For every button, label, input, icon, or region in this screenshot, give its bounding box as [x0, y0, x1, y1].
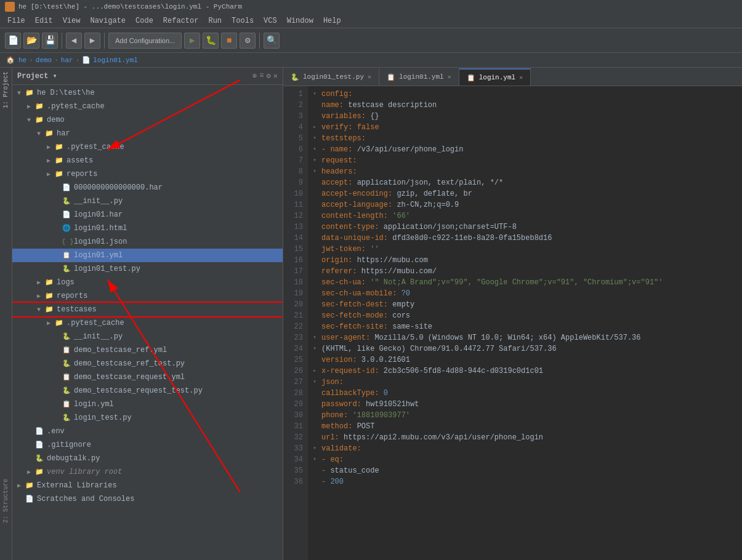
expand-arrow-external[interactable]: ▶: [17, 482, 25, 489]
open-icon[interactable]: 📂: [23, 33, 39, 49]
expand-arrow-he[interactable]: ▼: [17, 90, 25, 97]
structure-panel-label[interactable]: 2: Structure: [2, 479, 9, 523]
app-icon: [5, 2, 15, 12]
fold-5[interactable]: ▾: [313, 133, 321, 144]
fold-23[interactable]: ▾: [313, 332, 321, 343]
code-content[interactable]: ▾ config: name: testcase description var…: [308, 86, 742, 560]
expand-arrow-pytest1[interactable]: ▶: [27, 103, 34, 110]
fold-6[interactable]: ▾: [313, 144, 321, 155]
file-tree: ▼ 📁 he D:\test\he ▶ 📁 .pytest_cache ▼ 📁 …: [12, 85, 283, 560]
fold-24[interactable]: ▾: [313, 343, 321, 354]
run-icon[interactable]: ▶: [184, 33, 200, 49]
tree-item-testcases[interactable]: ▼ 📁 testcases: [12, 303, 283, 316]
expand-arrow-testcases[interactable]: ▼: [37, 306, 44, 313]
close-panel-icon[interactable]: ✕: [273, 71, 278, 81]
tree-item-login-yml[interactable]: 📋 login.yml: [12, 398, 283, 411]
tree-item-reports1[interactable]: ▶ 📁 reports: [12, 167, 283, 181]
tree-item-login01-test[interactable]: 🐍 login01_test.py: [12, 262, 283, 276]
tree-item-login01-json[interactable]: { } login01.json: [12, 235, 283, 249]
tab-login01-yml[interactable]: 📋 login01.yml ✕: [379, 68, 459, 86]
fold-33[interactable]: ▾: [313, 443, 321, 454]
menu-code[interactable]: Code: [131, 15, 158, 26]
tab-close-login-yml[interactable]: ✕: [519, 74, 523, 81]
fold-34[interactable]: ▾: [313, 454, 321, 465]
tab-login01-test[interactable]: 🐍 login01_test.py ✕: [283, 68, 379, 86]
tree-item-har[interactable]: ▼ 📁 har: [12, 127, 283, 140]
tree-item-demo[interactable]: ▼ 📁 demo: [12, 113, 283, 127]
fold-27[interactable]: ▾: [313, 377, 321, 388]
breadcrumb-demo[interactable]: demo: [36, 57, 52, 64]
tree-item-init1[interactable]: 🐍 __init__.py: [12, 194, 283, 208]
tree-item-har-file[interactable]: 📄 0000000000000000.har: [12, 181, 283, 194]
expand-arrow-reports2[interactable]: ▶: [37, 292, 44, 300]
fold-26[interactable]: ▸: [313, 366, 321, 377]
expand-arrow-pytest2[interactable]: ▶: [47, 143, 54, 151]
tab-close-login01-test[interactable]: ✕: [368, 73, 371, 81]
back-icon[interactable]: ◀: [66, 33, 82, 49]
tree-item-he[interactable]: ▼ 📁 he D:\test\he: [12, 86, 283, 100]
tree-item-pytest2[interactable]: ▶ 📁 .pytest_cache: [12, 140, 283, 154]
tree-item-venv[interactable]: ▶ 📁 venv library root: [12, 465, 283, 479]
tree-item-debugtalk[interactable]: 🐍 debugtalk.py: [12, 452, 283, 465]
tree-item-reports2[interactable]: ▶ 📁 reports: [12, 289, 283, 303]
menu-navigate[interactable]: Navigate: [85, 15, 131, 26]
expand-arrow-assets[interactable]: ▶: [47, 157, 54, 164]
tree-item-login01-har[interactable]: 📄 login01.har: [12, 208, 283, 222]
fold-7[interactable]: ▾: [313, 155, 321, 166]
stop-icon[interactable]: ■: [221, 33, 237, 49]
tab-login-yml[interactable]: 📋 login.yml ✕: [459, 68, 531, 86]
tree-item-assets[interactable]: ▶ 📁 assets: [12, 154, 283, 167]
breadcrumb-he[interactable]: he: [18, 57, 26, 64]
fold-8[interactable]: ▾: [313, 166, 321, 177]
code-line-25: version: 3.0.0.21601: [313, 354, 737, 366]
menu-vcs[interactable]: VCS: [259, 15, 282, 26]
settings-icon[interactable]: ⚙: [240, 33, 256, 49]
project-panel-label[interactable]: 1: Project: [2, 71, 9, 108]
tree-item-logs[interactable]: ▶ 📁 logs: [12, 276, 283, 289]
menu-help[interactable]: Help: [318, 15, 346, 26]
menu-view[interactable]: View: [58, 15, 86, 26]
debug-icon[interactable]: 🐛: [203, 33, 219, 49]
breadcrumb-har[interactable]: har: [61, 57, 73, 64]
code-line-16: origin: https://mubu.com: [313, 255, 737, 266]
search-icon[interactable]: 🔍: [264, 33, 280, 49]
tree-item-ref-yml[interactable]: 📋 demo_testcase_ref.yml: [12, 343, 283, 357]
tree-item-gitignore[interactable]: 📄 .gitignore: [12, 438, 283, 452]
expand-arrow-pytest3[interactable]: ▶: [47, 319, 54, 327]
expand-arrow-reports1[interactable]: ▶: [47, 170, 54, 178]
add-configuration-button[interactable]: Add Configuration...: [108, 33, 182, 49]
scope-icon[interactable]: ⊕: [252, 71, 257, 81]
tree-item-pytest3[interactable]: ▶ 📁 .pytest_cache: [12, 316, 283, 330]
tree-item-login01-html[interactable]: 🌐 login01.html: [12, 222, 283, 235]
tree-item-req-test[interactable]: 🐍 demo_testcase_request_test.py: [12, 384, 283, 398]
tree-item-scratches[interactable]: 📄 Scratches and Consoles: [12, 492, 283, 506]
expand-arrow-har[interactable]: ▼: [37, 130, 44, 137]
forward-icon[interactable]: ▶: [84, 33, 100, 49]
tree-item-login01-yml[interactable]: 📋 login01.yml: [12, 249, 283, 262]
save-icon[interactable]: 💾: [42, 33, 58, 49]
tree-item-external[interactable]: ▶ 📁 External Libraries: [12, 479, 283, 492]
menu-run[interactable]: Run: [203, 15, 227, 26]
fold-4[interactable]: ▸: [313, 122, 321, 133]
menu-edit[interactable]: Edit: [30, 15, 58, 26]
settings-icon[interactable]: ⚙: [267, 71, 271, 81]
menu-window[interactable]: Window: [282, 15, 318, 26]
tree-item-init2[interactable]: 🐍 __init__.py: [12, 330, 283, 343]
menu-tools[interactable]: Tools: [227, 15, 259, 26]
code-line-20: sec-fetch-dest: empty: [313, 299, 737, 310]
new-file-icon[interactable]: 📄: [5, 33, 21, 49]
expand-arrow-demo[interactable]: ▼: [27, 117, 34, 124]
tree-item-login-test[interactable]: 🐍 login_test.py: [12, 411, 283, 425]
expand-arrow-logs[interactable]: ▶: [37, 279, 44, 286]
menu-file[interactable]: File: [2, 15, 30, 26]
expand-arrow-venv[interactable]: ▶: [27, 468, 34, 476]
breadcrumb-file[interactable]: login01.yml: [93, 57, 138, 64]
menu-refactor[interactable]: Refactor: [158, 15, 204, 26]
tab-close-login01-yml[interactable]: ✕: [448, 73, 451, 81]
tree-item-pytest1[interactable]: ▶ 📁 .pytest_cache: [12, 100, 283, 113]
tree-item-req-yml[interactable]: 📋 demo_testcase_request.yml: [12, 370, 283, 384]
tree-item-env[interactable]: 📄 .env: [12, 425, 283, 438]
fold-1[interactable]: ▾: [313, 89, 321, 100]
tree-item-ref-test[interactable]: 🐍 demo_testcase_ref_test.py: [12, 357, 283, 370]
collapse-icon[interactable]: ≡: [259, 71, 264, 81]
